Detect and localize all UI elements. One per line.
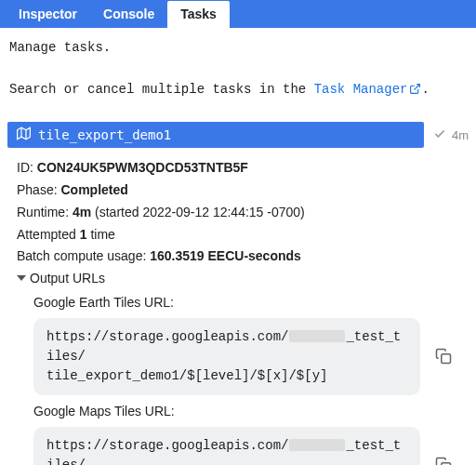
- tab-inspector[interactable]: Inspector: [6, 1, 90, 28]
- tabs-bar: Inspector Console Tasks: [0, 0, 476, 28]
- task-details: ID: CON24UK5PWM3QDCD53TNTB5F Phase: Comp…: [0, 148, 476, 465]
- attempted-label-a: Attempted: [17, 227, 80, 242]
- task-manager-link[interactable]: Task Manager: [314, 82, 422, 97]
- redacted-text: [289, 330, 345, 342]
- gm-url-label: Google Maps Tiles URL:: [33, 401, 459, 423]
- intro-line2a: Search or cancel multiple tasks in the: [9, 82, 314, 97]
- batch-label: Batch compute usage:: [17, 248, 150, 263]
- phase-label: Phase:: [17, 182, 60, 197]
- id-label: ID:: [17, 160, 37, 175]
- caret-down-icon: [17, 275, 26, 281]
- check-icon: [433, 127, 446, 143]
- runtime-label: Runtime:: [17, 205, 73, 219]
- map-icon: [17, 126, 31, 143]
- tab-tasks[interactable]: Tasks: [167, 1, 230, 28]
- phase-value: Completed: [60, 182, 127, 197]
- task-title: tile_export_demo1: [38, 127, 171, 142]
- redacted-text: [289, 439, 345, 451]
- output-urls-toggle[interactable]: Output URLs: [17, 268, 459, 290]
- svg-line-0: [415, 84, 420, 89]
- tab-console[interactable]: Console: [90, 1, 167, 28]
- copy-button-ge[interactable]: [428, 340, 459, 372]
- external-link-icon: [409, 81, 421, 101]
- batch-value: 160.3519 EECU-seconds: [150, 248, 301, 263]
- runtime-value: 4m: [73, 205, 91, 219]
- attempted-count: 1: [80, 227, 87, 242]
- ge-url-value: https://storage.googleapis.com/_test_til…: [33, 318, 420, 395]
- task-meta: 4m: [424, 127, 476, 143]
- runtime-started: (started 2022-09-12 12:44:15 -0700): [91, 205, 305, 219]
- task-duration: 4m: [452, 128, 469, 142]
- svg-marker-1: [18, 127, 31, 140]
- task-header[interactable]: tile_export_demo1: [7, 122, 424, 148]
- intro-text: Manage tasks. Search or cancel multiple …: [0, 28, 476, 105]
- id-value: CON24UK5PWM3QDCD53TNTB5F: [37, 160, 248, 175]
- attempted-label-b: time: [87, 227, 115, 242]
- copy-button-gm[interactable]: [428, 449, 459, 465]
- ge-url-label: Google Earth Tiles URL:: [33, 292, 459, 314]
- svg-rect-4: [442, 354, 451, 364]
- output-urls-label: Output URLs: [30, 271, 105, 286]
- intro-line2b: .: [421, 82, 429, 97]
- intro-line1: Manage tasks.: [9, 37, 467, 58]
- gm-url-value: https://storage.googleapis.com/_test_til…: [33, 427, 420, 465]
